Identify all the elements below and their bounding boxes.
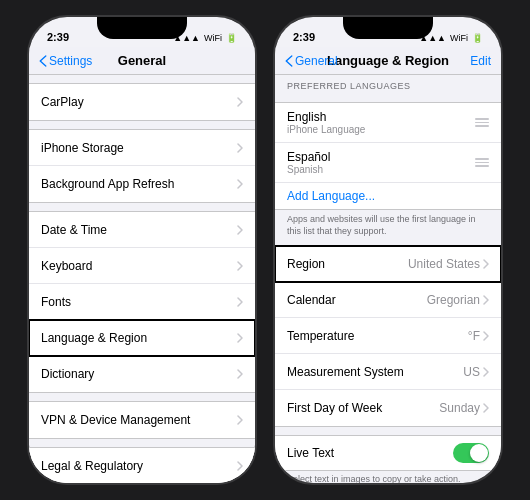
section-group-2: iPhone Storage Background App Refresh xyxy=(29,129,255,203)
row-temperature[interactable]: Temperature °F xyxy=(275,318,501,354)
notch-left xyxy=(97,17,187,39)
nav-bar-right: General Language & Region Edit xyxy=(275,47,501,75)
first-day-label: First Day of Week xyxy=(287,401,439,415)
left-phone: 2:39 ▲▲▲ WiFi 🔋 Settings General CarPlay xyxy=(27,15,257,485)
carpay-label: CarPlay xyxy=(41,95,237,109)
espanol-info: Español Spanish xyxy=(287,150,475,175)
espanol-name: Español xyxy=(287,150,475,164)
right-screen: 2:39 ▲▲▲ WiFi 🔋 General Language & Regio… xyxy=(275,17,501,483)
back-chevron-icon xyxy=(39,55,47,67)
status-icons-left: ▲▲▲ WiFi 🔋 xyxy=(173,33,237,43)
language-note: Apps and websites will use the first lan… xyxy=(275,210,501,245)
wifi-icon: WiFi xyxy=(204,33,222,43)
carpay-chevron xyxy=(237,97,243,107)
row-region[interactable]: Region United States xyxy=(275,246,501,282)
english-name: English xyxy=(287,110,475,124)
row-fonts[interactable]: Fonts xyxy=(29,284,255,320)
dictionary-label: Dictionary xyxy=(41,367,237,381)
legal-label: Legal & Regulatory xyxy=(41,459,237,473)
edit-button[interactable]: Edit xyxy=(470,54,491,68)
row-date-time[interactable]: Date & Time xyxy=(29,212,255,248)
wifi-icon-r: WiFi xyxy=(450,33,468,43)
language-region-content: PREFERRED LANGUAGES English iPhone Langu… xyxy=(275,75,501,483)
dictionary-chevron xyxy=(237,369,243,379)
row-iphone-storage[interactable]: iPhone Storage xyxy=(29,130,255,166)
first-day-value: Sunday xyxy=(439,401,480,415)
row-calendar[interactable]: Calendar Gregorian xyxy=(275,282,501,318)
add-language-button[interactable]: Add Language... xyxy=(275,183,501,209)
back-label-right: General xyxy=(295,54,338,68)
espanol-sub: Spanish xyxy=(287,164,475,175)
back-chevron-icon-r xyxy=(285,55,293,67)
nav-bar-left: Settings General xyxy=(29,47,255,75)
row-keyboard[interactable]: Keyboard xyxy=(29,248,255,284)
live-text-toggle[interactable] xyxy=(453,443,489,463)
keyboard-label: Keyboard xyxy=(41,259,237,273)
languages-group: English iPhone Language Español Spanish xyxy=(275,102,501,210)
date-time-label: Date & Time xyxy=(41,223,237,237)
live-text-section: Live Text Select text in images to copy … xyxy=(275,427,501,483)
back-button-left[interactable]: Settings xyxy=(39,54,92,68)
region-chevron xyxy=(483,259,489,269)
section-group-3: Date & Time Keyboard Fonts Language & Re… xyxy=(29,211,255,393)
language-row-espanol[interactable]: Español Spanish xyxy=(275,143,501,183)
first-day-chevron xyxy=(483,403,489,413)
live-text-label: Live Text xyxy=(287,446,453,460)
row-legal[interactable]: Legal & Regulatory xyxy=(29,448,255,483)
live-text-note: Select text in images to copy or take ac… xyxy=(275,471,501,483)
section-group-1: CarPlay xyxy=(29,83,255,121)
legal-chevron xyxy=(237,461,243,471)
measurement-label: Measurement System xyxy=(287,365,463,379)
back-button-right[interactable]: General xyxy=(285,54,338,68)
battery-icon: 🔋 xyxy=(226,33,237,43)
settings-list-left: CarPlay iPhone Storage Background App Re… xyxy=(29,75,255,483)
english-handle xyxy=(475,118,489,127)
temperature-chevron xyxy=(483,331,489,341)
region-group: Region United States Calendar Gregorian … xyxy=(275,245,501,427)
language-region-chevron xyxy=(237,333,243,343)
live-text-row: Live Text xyxy=(275,435,501,471)
row-background-refresh[interactable]: Background App Refresh xyxy=(29,166,255,202)
background-refresh-chevron xyxy=(237,179,243,189)
iphone-storage-label: iPhone Storage xyxy=(41,141,237,155)
language-row-english[interactable]: English iPhone Language xyxy=(275,103,501,143)
nav-title-right: Language & Region xyxy=(327,53,449,68)
temperature-value: °F xyxy=(468,329,480,343)
section-group-4: VPN & Device Management xyxy=(29,401,255,439)
espanol-handle xyxy=(475,158,489,167)
notch-right xyxy=(343,17,433,39)
status-time-left: 2:39 xyxy=(47,31,69,43)
left-screen: 2:39 ▲▲▲ WiFi 🔋 Settings General CarPlay xyxy=(29,17,255,483)
date-time-chevron xyxy=(237,225,243,235)
row-measurement[interactable]: Measurement System US xyxy=(275,354,501,390)
keyboard-chevron xyxy=(237,261,243,271)
calendar-label: Calendar xyxy=(287,293,427,307)
right-phone: 2:39 ▲▲▲ WiFi 🔋 General Language & Regio… xyxy=(273,15,503,485)
row-first-day[interactable]: First Day of Week Sunday xyxy=(275,390,501,426)
status-icons-right: ▲▲▲ WiFi 🔋 xyxy=(419,33,483,43)
english-info: English iPhone Language xyxy=(287,110,475,135)
battery-icon-r: 🔋 xyxy=(472,33,483,43)
english-sub: iPhone Language xyxy=(287,124,475,135)
preferred-languages-header: PREFERRED LANGUAGES xyxy=(275,75,501,94)
iphone-storage-chevron xyxy=(237,143,243,153)
row-language-region[interactable]: Language & Region xyxy=(29,320,255,356)
row-vpn[interactable]: VPN & Device Management xyxy=(29,402,255,438)
back-label-left: Settings xyxy=(49,54,92,68)
vpn-label: VPN & Device Management xyxy=(41,413,237,427)
measurement-value: US xyxy=(463,365,480,379)
language-region-label: Language & Region xyxy=(41,331,237,345)
temperature-label: Temperature xyxy=(287,329,468,343)
status-time-right: 2:39 xyxy=(293,31,315,43)
row-dictionary[interactable]: Dictionary xyxy=(29,356,255,392)
region-value: United States xyxy=(408,257,480,271)
calendar-chevron xyxy=(483,295,489,305)
section-group-5: Legal & Regulatory xyxy=(29,447,255,483)
region-label: Region xyxy=(287,257,408,271)
vpn-chevron xyxy=(237,415,243,425)
fonts-chevron xyxy=(237,297,243,307)
measurement-chevron xyxy=(483,367,489,377)
fonts-label: Fonts xyxy=(41,295,237,309)
background-refresh-label: Background App Refresh xyxy=(41,177,237,191)
row-carpay[interactable]: CarPlay xyxy=(29,84,255,120)
